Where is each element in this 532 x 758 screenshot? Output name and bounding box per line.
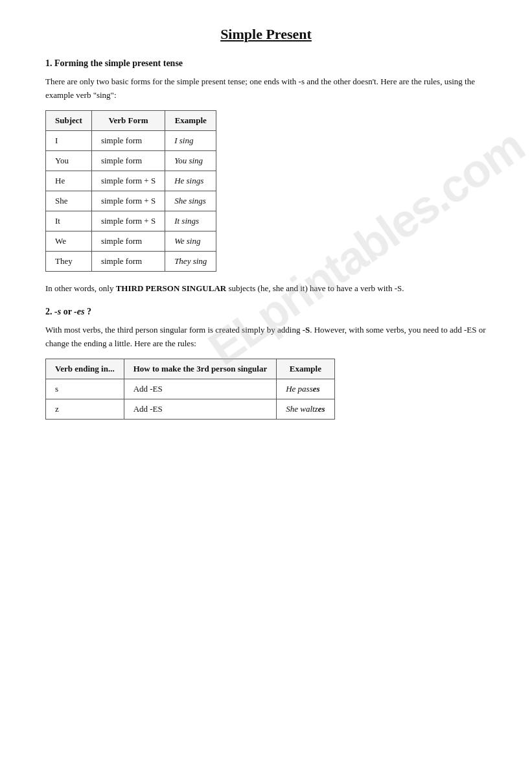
example-cell: You sing	[165, 150, 216, 171]
subject-cell: It	[46, 211, 92, 231]
verbform-cell: simple form + S	[91, 171, 165, 191]
subject-cell: I	[46, 130, 92, 150]
col-example: Example	[165, 110, 216, 130]
third-person-text: THIRD PERSON SINGULAR	[116, 283, 226, 293]
col-rule: How to make the 3rd person singular	[124, 359, 277, 379]
col-verbform: Verb Form	[91, 110, 165, 130]
example2-cell: She waltzes	[277, 399, 334, 419]
conjugation-table: Subject Verb Form Example Isimple formI …	[45, 110, 216, 272]
page-title: Simple Present	[45, 26, 487, 43]
col-ending: Verb ending in...	[46, 359, 124, 379]
verbform-cell: simple form	[91, 150, 165, 171]
rule-cell: Add -ES	[124, 399, 277, 419]
section2-intro: With most verbs, the third person singul…	[45, 324, 487, 351]
es-rules-table: Verb ending in... How to make the 3rd pe…	[45, 359, 335, 420]
subject-cell: We	[46, 231, 92, 251]
ending-cell: s	[46, 379, 124, 399]
example-cell: It sings	[165, 211, 216, 231]
table-row: Hesimple form + SHe sings	[46, 171, 216, 191]
section2-heading: 2. -s or -es ?	[45, 307, 487, 317]
table-row: Itsimple form + SIt sings	[46, 211, 216, 231]
section1-intro: There are only two basic forms for the s…	[45, 75, 487, 102]
section1-heading: 1. Forming the simple present tense	[45, 58, 487, 69]
table-row: Theysimple formThey sing	[46, 251, 216, 271]
example-cell: He sings	[165, 171, 216, 191]
subject-cell: They	[46, 251, 92, 271]
verbform-cell: simple form + S	[91, 191, 165, 211]
ending-cell: z	[46, 399, 124, 419]
subject-cell: She	[46, 191, 92, 211]
table-row: sAdd -ESHe passes	[46, 379, 335, 399]
verbform-cell: simple form	[91, 130, 165, 150]
section-forming: 1. Forming the simple present tense Ther…	[45, 58, 487, 295]
example2-cell: He passes	[277, 379, 334, 399]
example-cell: They sing	[165, 251, 216, 271]
table-row: Yousimple formYou sing	[46, 150, 216, 171]
verbform-cell: simple form	[91, 251, 165, 271]
table-row: zAdd -ESShe waltzes	[46, 399, 335, 419]
col-example2: Example	[277, 359, 334, 379]
table-row: Wesimple formWe sing	[46, 231, 216, 251]
subject-cell: You	[46, 150, 92, 171]
verbform-cell: simple form + S	[91, 211, 165, 231]
verbform-cell: simple form	[91, 231, 165, 251]
section-s-or-es: 2. -s or -es ? With most verbs, the thir…	[45, 307, 487, 420]
example-cell: We sing	[165, 231, 216, 251]
section1-note: In other words, only THIRD PERSON SINGUL…	[45, 282, 487, 296]
table-row: Isimple formI sing	[46, 130, 216, 150]
rule-cell: Add -ES	[124, 379, 277, 399]
table-row: Shesimple form + SShe sings	[46, 191, 216, 211]
example-cell: I sing	[165, 130, 216, 150]
col-subject: Subject	[46, 110, 92, 130]
subject-cell: He	[46, 171, 92, 191]
example-cell: She sings	[165, 191, 216, 211]
